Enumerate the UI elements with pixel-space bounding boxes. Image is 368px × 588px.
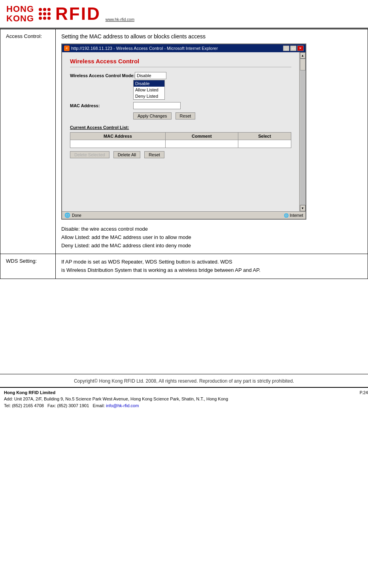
desc-line-3: Deny Listed: add the MAC address client … [61, 242, 362, 250]
desc-line-2: Allow Listed: add the MAC address user i… [61, 233, 362, 242]
dropdown-option-deny[interactable]: Deny Listed [134, 93, 164, 99]
footer-email-link[interactable]: info@hk-rfid.com [106, 403, 139, 408]
browser-close-button[interactable]: ✕ [297, 46, 304, 51]
company-name: Hong Kong RFID Limited [4, 390, 55, 395]
dropdown-list: Disable Allow Listed Deny Listed [133, 80, 291, 100]
browser-app-icon: e [64, 46, 70, 51]
browser-scrollbar-area: Wireless Access Control Wireless Access … [62, 52, 306, 211]
browser-title: http://192.168.11.123 - Wireless Access … [71, 46, 218, 51]
browser-minimize-button[interactable]: _ [283, 46, 289, 51]
mode-form-row: Wireless Access Control Mode: Disable Al… [70, 72, 291, 79]
dropdown-option-allow[interactable]: Allow Listed [134, 87, 164, 93]
browser-titlebar-buttons: _ ▭ ✕ [283, 46, 304, 51]
footer-copyright: Copyright© Hong Kong RFID Ltd. 2008, All… [8, 378, 360, 384]
status-left: 🌐 Done [64, 212, 81, 218]
scrollbar-thumb[interactable] [300, 59, 306, 70]
statusbar-internet: 🌐 Internet [284, 213, 303, 218]
reset-button-top[interactable]: Reset [176, 112, 196, 119]
acl-table-row-1 [70, 140, 291, 148]
delete-all-button[interactable]: Delete All [113, 151, 140, 158]
wac-panel-title: Wireless Access Control [70, 58, 291, 67]
wds-content: If AP mode is set as WDS Repeater, WDS S… [56, 254, 368, 279]
acl-col-select: Select [238, 133, 291, 140]
dropdown-options: Disable Allow Listed Deny Listed [133, 80, 165, 100]
acl-comment-cell [165, 140, 238, 148]
header: HONGKONG RFID www.hk-rfid.com [0, 0, 368, 29]
browser-scrollbar: ▲ ▼ [299, 52, 306, 211]
footer-section: Copyright© Hong Kong RFID Ltd. 2008, All… [0, 374, 368, 384]
delete-selected-button[interactable]: Delete Selected [70, 151, 109, 158]
mode-select[interactable]: Disable Allow Listed Deny Listed [135, 72, 166, 79]
internet-icon: 🌐 [284, 213, 289, 218]
acl-table: MAC Address Comment Select [70, 132, 291, 148]
footer-address: Add: Unit 207A, 2/F, Building 9, No.5 Sc… [4, 396, 368, 402]
wds-label: WDS Setting: [0, 254, 56, 279]
footer-spacer [0, 279, 368, 350]
form-buttons-row: Apply Changes Reset [133, 112, 291, 119]
access-control-description: Disable: the wire access control mode Al… [61, 225, 362, 250]
scrollbar-down-button[interactable]: ▼ [300, 205, 306, 211]
footer-contact: Tel: (852) 2165 4708 Fax: (852) 3007 190… [4, 402, 368, 409]
reset-button-acl[interactable]: Reset [144, 151, 164, 158]
access-control-content: Setting the MAC address to allows or blo… [56, 29, 368, 254]
footer-company: Hong Kong RFID Limited P.24 Add: Unit 20… [0, 387, 368, 409]
access-control-heading: Setting the MAC address to allows or blo… [61, 33, 362, 40]
browser-statusbar: 🌐 Done 🌐 Internet [62, 211, 306, 219]
mac-label: MAC Address: [70, 103, 133, 108]
apply-changes-button[interactable]: Apply Changes [133, 112, 172, 119]
browser-inner: Wireless Access Control Wireless Access … [62, 52, 299, 211]
browser-restore-button[interactable]: ▭ [290, 46, 296, 51]
mode-select-container: Disable Allow Listed Deny Listed [135, 72, 166, 79]
scrollbar-up-button[interactable]: ▲ [300, 52, 306, 59]
logo-website: www.hk-rfid.com [106, 17, 134, 22]
mode-label: Wireless Access Control Mode: [70, 73, 135, 78]
browser-titlebar: e http://192.168.11.123 - Wireless Acces… [62, 44, 306, 52]
acl-table-header-row: MAC Address Comment Select [70, 133, 291, 140]
access-control-label: Access Control: [0, 29, 56, 254]
wds-setting-row: WDS Setting: If AP mode is set as WDS Re… [0, 254, 368, 279]
wds-text: If AP mode is set as WDS Repeater, WDS S… [61, 258, 362, 275]
acl-mac-cell [70, 140, 166, 148]
access-control-row: Access Control: Setting the MAC address … [0, 29, 368, 254]
statusbar-done: Done [72, 213, 81, 218]
dropdown-option-disable[interactable]: Disable [134, 80, 164, 87]
mac-input[interactable] [133, 102, 181, 109]
logo-hk-text: HONGKONG [6, 4, 34, 23]
browser-content-spacer [70, 158, 291, 206]
logo-rfid-text: RFID [55, 4, 101, 24]
footer-fax: Fax: (852) 3007 1901 [47, 403, 89, 408]
logo-area: HONGKONG RFID www.hk-rfid.com [6, 4, 134, 24]
logo-dots [39, 8, 51, 20]
acl-col-mac: MAC Address [70, 133, 166, 140]
mac-form-row: MAC Address: [70, 102, 291, 109]
acl-buttons-row: Delete Selected Delete All Reset [70, 151, 291, 158]
main-table: Access Control: Setting the MAC address … [0, 29, 368, 279]
ie-icon: 🌐 [64, 212, 70, 218]
desc-line-1: Disable: the wire access control mode [61, 225, 362, 233]
acl-col-comment: Comment [165, 133, 238, 140]
browser-titlebar-left: e http://192.168.11.123 - Wireless Acces… [64, 46, 218, 51]
scrollbar-track [300, 59, 306, 205]
acl-select-cell [238, 140, 291, 148]
statusbar-right: Internet [290, 213, 303, 218]
page-number: P.24 [360, 389, 368, 396]
browser-window: e http://192.168.11.123 - Wireless Acces… [61, 44, 306, 220]
acl-section-label: Current Access Control List: [70, 125, 291, 130]
footer-tel: Tel: (852) 2165 4708 [4, 403, 44, 408]
footer-email-label: Email: [92, 403, 105, 408]
